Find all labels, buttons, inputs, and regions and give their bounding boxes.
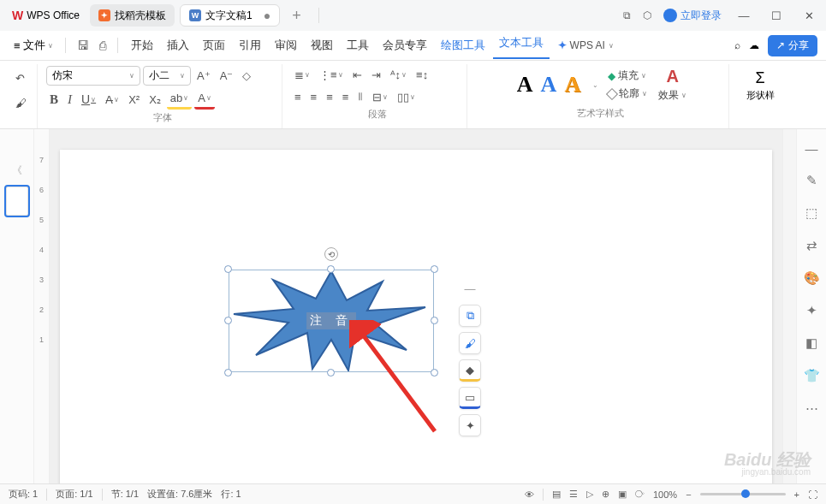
pencil-tool-icon[interactable]: ✎: [806, 173, 817, 188]
window-mode-icon[interactable]: ⧉: [623, 9, 631, 21]
text-direction-icon[interactable]: ᴬ↕∨: [387, 66, 411, 84]
float-collapse-icon[interactable]: —: [459, 277, 481, 299]
zoom-in-button[interactable]: +: [794, 489, 799, 500]
palette-tool-icon[interactable]: 🎨: [804, 270, 820, 286]
columns-icon[interactable]: ▯▯∨: [394, 88, 419, 106]
line-spacing-icon[interactable]: ≡↕: [413, 66, 431, 84]
magic-tool-icon[interactable]: ✦: [806, 303, 817, 318]
float-outline-icon[interactable]: ▭: [459, 387, 481, 409]
text-effects-button[interactable]: 效果∨: [658, 88, 686, 103]
align-right-icon[interactable]: ≡: [323, 88, 336, 106]
view-present-icon[interactable]: ▷: [586, 489, 593, 500]
align-justify-icon[interactable]: ≡: [339, 88, 353, 106]
shape-text[interactable]: 注 音: [306, 312, 356, 329]
tab-close-icon[interactable]: ●: [264, 9, 270, 22]
wordart-style-3[interactable]: A: [562, 72, 583, 98]
menu-text-tools[interactable]: 文本工具: [493, 32, 550, 59]
layers-tool-icon[interactable]: ◧: [805, 335, 817, 351]
float-more-icon[interactable]: ✦: [459, 414, 481, 436]
font-family-select[interactable]: 仿宋∨: [46, 66, 140, 86]
status-page[interactable]: 页面: 1/1: [56, 488, 92, 501]
page-thumbnail-1[interactable]: [6, 187, 28, 216]
bullet-list-icon[interactable]: ≣∨: [291, 66, 313, 84]
menu-insert[interactable]: 插入: [161, 34, 195, 56]
tab-document[interactable]: W 文字文稿1 ●: [180, 4, 280, 27]
menu-member[interactable]: 会员专享: [377, 34, 433, 56]
wps-ai-button[interactable]: ✦WPS AI∨: [558, 39, 614, 51]
resize-handle-sw[interactable]: [224, 369, 232, 377]
login-button[interactable]: 立即登录: [663, 9, 722, 23]
flow-tool-icon[interactable]: ⇄: [806, 238, 817, 253]
select-tool-icon[interactable]: ⬚: [805, 205, 817, 221]
maximize-button[interactable]: ☐: [766, 9, 787, 22]
resize-handle-n[interactable]: [327, 265, 335, 273]
add-tab-button[interactable]: +: [285, 7, 308, 25]
undo-button[interactable]: ↶: [12, 69, 30, 87]
search-icon[interactable]: ⌕: [734, 39, 740, 51]
more-tools-icon[interactable]: ⋯: [805, 400, 818, 416]
status-section[interactable]: 节: 1/1: [111, 488, 139, 501]
view-print-icon[interactable]: ▤: [552, 489, 561, 500]
share-button[interactable]: ↗ 分享: [768, 35, 817, 56]
zoom-slider[interactable]: [700, 493, 786, 495]
superscript-button[interactable]: X²: [125, 91, 143, 109]
view-outline-icon[interactable]: ☰: [569, 489, 578, 500]
status-line[interactable]: 行: 1: [221, 488, 241, 501]
font-size-select[interactable]: 小二∨: [143, 66, 191, 86]
strikethrough-button[interactable]: A̶∨: [102, 91, 122, 109]
menu-view[interactable]: 视图: [305, 34, 339, 56]
close-button[interactable]: ✕: [799, 9, 819, 22]
view-web-icon[interactable]: ⊕: [602, 489, 609, 500]
print-icon[interactable]: ⎙: [95, 36, 110, 55]
float-fill-icon[interactable]: ◆: [459, 359, 481, 382]
increase-font-icon[interactable]: A⁺: [193, 67, 214, 85]
decrease-indent-icon[interactable]: ⇤: [349, 66, 365, 84]
distribute-icon[interactable]: ⫴: [354, 87, 366, 106]
italic-button[interactable]: I: [64, 90, 75, 110]
zoom-out-button[interactable]: −: [686, 489, 691, 500]
cloud-icon[interactable]: ☁: [749, 39, 759, 51]
resize-handle-nw[interactable]: [224, 265, 232, 273]
number-list-icon[interactable]: ⋮≡∨: [316, 66, 347, 84]
fullscreen-icon[interactable]: ⛶: [808, 489, 817, 500]
rotate-handle[interactable]: ⟲: [324, 247, 338, 261]
tab-templates[interactable]: ✦ 找稻壳模板: [90, 4, 175, 27]
save-icon[interactable]: 🖫: [73, 36, 93, 55]
zoom-value[interactable]: 100%: [653, 489, 677, 500]
align-center-icon[interactable]: ≡: [307, 88, 321, 106]
subscript-button[interactable]: X₂: [146, 91, 164, 109]
menu-page[interactable]: 页面: [197, 34, 231, 56]
cube-icon[interactable]: ⬡: [643, 9, 651, 21]
float-wrap-icon[interactable]: ⧉: [459, 305, 481, 327]
vertical-scrollbar[interactable]: [782, 129, 796, 483]
menu-reference[interactable]: 引用: [233, 34, 267, 56]
wordart-more-icon[interactable]: ⌄: [592, 81, 598, 89]
bold-button[interactable]: B: [46, 90, 62, 110]
decrease-font-icon[interactable]: A⁻: [217, 67, 237, 85]
collapse-nav-icon[interactable]: 《: [12, 163, 22, 178]
view-read-icon[interactable]: 👁: [525, 489, 534, 500]
text-fill-button[interactable]: ◆填充∨: [608, 68, 647, 83]
selected-shape[interactable]: ⟲ 注 音: [229, 270, 434, 372]
text-outline-button[interactable]: 轮廓∨: [608, 86, 647, 101]
status-setting[interactable]: 设置值: 7.6厘米: [147, 488, 212, 501]
format-painter-icon[interactable]: 🖌: [12, 94, 30, 112]
menu-drawing-tools[interactable]: 绘图工具: [435, 34, 491, 56]
file-menu[interactable]: ≡ 文件 ∨: [9, 35, 58, 56]
vertical-ruler[interactable]: 7654321: [34, 129, 50, 483]
clear-format-icon[interactable]: ◇: [239, 67, 254, 85]
underline-button[interactable]: U∨: [78, 90, 99, 109]
menu-tools[interactable]: 工具: [341, 34, 375, 56]
status-pageno[interactable]: 页码: 1: [9, 488, 38, 501]
highlight-button[interactable]: ab∨: [167, 89, 192, 110]
float-brush-icon[interactable]: 🖌: [459, 332, 481, 354]
align-left-icon[interactable]: ≡: [291, 88, 305, 106]
font-color-button[interactable]: A∨: [194, 89, 215, 110]
wordart-style-1[interactable]: A: [514, 72, 536, 98]
resize-handle-s[interactable]: [327, 369, 335, 377]
view-focus-icon[interactable]: ▣: [618, 489, 627, 500]
minimize-button[interactable]: —: [734, 9, 754, 22]
menu-start[interactable]: 开始: [125, 34, 159, 56]
vertical-align-icon[interactable]: ⊟∨: [369, 88, 391, 106]
wordart-style-2[interactable]: A: [538, 72, 560, 98]
